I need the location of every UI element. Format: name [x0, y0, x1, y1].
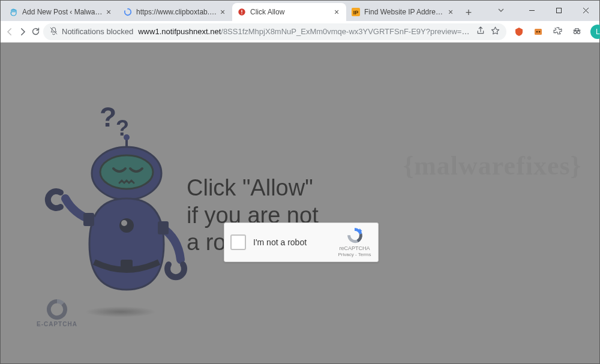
- profile-avatar[interactable]: L: [590, 25, 600, 39]
- notif-chip-label: Notifications blocked: [62, 27, 133, 36]
- url-display: www1.notifpushnext.net/8SS1fzMhpjX8mNuP_…: [138, 27, 471, 36]
- svg-rect-6: [557, 8, 562, 13]
- notification-blocked-chip[interactable]: Notifications blocked: [49, 26, 133, 37]
- recaptcha-label: I'm not a robot: [253, 237, 337, 247]
- tab-1[interactable]: https://www.clipboxtab.com/ir ×: [118, 3, 232, 21]
- profile-letter: L: [596, 28, 600, 36]
- svg-line-9: [50, 27, 57, 34]
- address-bar-row: Notifications blocked www1.notifpushnext…: [1, 21, 599, 43]
- svg-rect-1: [241, 10, 242, 13]
- dim-overlay: [1, 43, 599, 363]
- close-window-button[interactable]: [572, 0, 599, 20]
- reload-button[interactable]: [31, 23, 41, 40]
- tab-title: https://www.clipboxtab.com/ir: [136, 8, 218, 16]
- red-dot-icon: [237, 7, 247, 17]
- tab-2[interactable]: Click Allow ×: [232, 3, 346, 21]
- toolbar-actions: L: [514, 25, 600, 39]
- close-icon[interactable]: ×: [446, 7, 455, 17]
- svg-rect-2: [241, 13, 242, 14]
- minimize-button[interactable]: [518, 0, 545, 20]
- new-tab-button[interactable]: +: [460, 4, 477, 21]
- forward-button[interactable]: [17, 23, 28, 40]
- ip-icon: IP: [351, 7, 361, 17]
- address-bar[interactable]: Notifications blocked www1.notifpushnext…: [43, 23, 506, 40]
- chevron-down-icon[interactable]: [491, 0, 511, 20]
- tab-title: Click Allow: [250, 8, 332, 16]
- recaptcha-brand: reCAPTCHA: [339, 245, 370, 251]
- extensions-puzzle-icon[interactable]: [552, 26, 563, 37]
- hand-icon: [9, 7, 19, 17]
- recaptcha-icon: [346, 227, 364, 244]
- tab-0[interactable]: Add New Post ‹ MalwareFixes ×: [4, 3, 118, 21]
- tab-title: Add New Post ‹ MalwareFixes: [22, 8, 104, 16]
- svg-point-12: [539, 31, 541, 32]
- close-icon[interactable]: ×: [218, 7, 227, 17]
- maximize-button[interactable]: [545, 0, 572, 20]
- url-path: /8SS1fzMhpjX8mNuP_ExMm0vmqe-wx3YVGRTFSnF…: [221, 27, 471, 36]
- svg-text:IP: IP: [353, 10, 359, 16]
- recaptcha-branding: reCAPTCHA Privacy - Terms: [337, 227, 372, 257]
- extension-icon-1[interactable]: [514, 26, 524, 37]
- tab-3[interactable]: IP Find Website IP Address, Get S ×: [346, 3, 460, 21]
- recaptcha-widget: I'm not a robot reCAPTCHA Privacy - Term…: [224, 222, 379, 262]
- tab-title: Find Website IP Address, Get S: [364, 8, 446, 16]
- recaptcha-checkbox[interactable]: [230, 234, 246, 250]
- back-button[interactable]: [4, 23, 15, 40]
- svg-marker-30: [359, 228, 362, 232]
- spinner-icon: [123, 7, 133, 17]
- svg-point-11: [536, 31, 538, 32]
- recaptcha-links[interactable]: Privacy - Terms: [338, 252, 371, 257]
- browser-window: Add New Post ‹ MalwareFixes × https://ww…: [0, 0, 600, 364]
- window-controls: [518, 0, 599, 20]
- close-icon[interactable]: ×: [104, 7, 113, 17]
- share-icon[interactable]: [476, 26, 485, 37]
- star-icon[interactable]: [490, 26, 500, 38]
- incognito-icon[interactable]: [571, 26, 582, 37]
- bell-off-icon: [49, 26, 58, 37]
- close-icon[interactable]: ×: [332, 7, 341, 17]
- page-content: {malwarefixes} ? ?: [1, 43, 599, 363]
- url-host: www1.notifpushnext.net: [138, 27, 221, 36]
- extension-icon-2[interactable]: [533, 26, 544, 37]
- svg-rect-10: [535, 29, 542, 35]
